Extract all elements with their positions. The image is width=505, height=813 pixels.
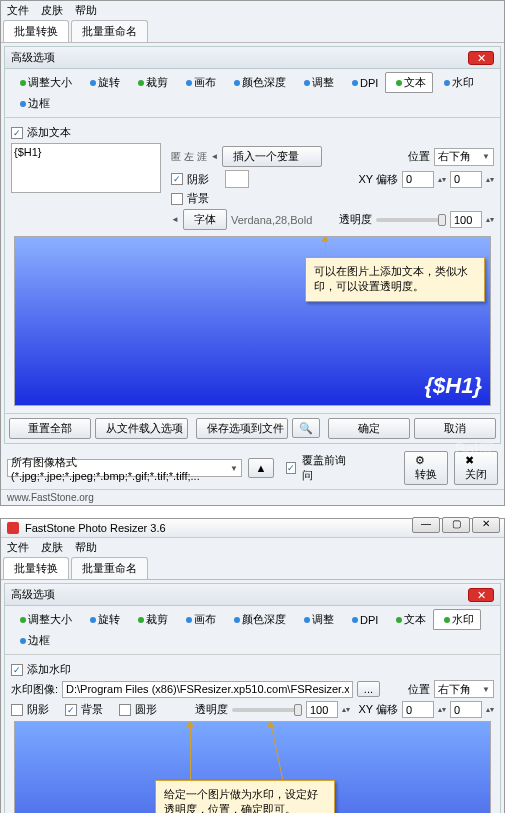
tab-border[interactable]: 边框 [9,630,57,651]
bg-checkbox[interactable] [171,193,183,205]
save-options-button[interactable]: 保存选项到文件 [196,418,289,439]
convert-button[interactable]: ⚙转换 [404,451,448,485]
tab-dpi[interactable]: DPI [341,74,385,92]
tab-depth[interactable]: 颜色深度 [223,609,293,630]
tab-watermark[interactable]: 水印 [433,72,481,93]
close-icon[interactable]: ✕ [468,588,494,602]
tab-canvas[interactable]: 画布 [175,72,223,93]
insert-variable-button[interactable]: 插入一个变量 [222,146,322,167]
watermark-preview-text: {$H1} [425,373,482,399]
opacity-slider[interactable] [376,218,446,222]
tab-batch-rename[interactable]: 批量重命名 [71,557,148,579]
stepper-icon[interactable]: ▴▾ [438,705,446,714]
chevron-left-icon[interactable]: ◄ [171,215,179,224]
position-select[interactable]: 右下角▼ [434,680,494,698]
stepper-icon[interactable]: ▴▾ [486,705,494,714]
shadow-checkbox[interactable] [11,704,23,716]
folder-up-button[interactable]: ▲ [248,458,274,478]
reset-button[interactable]: 重置全部 [9,418,91,439]
gear-icon: ⚙ [415,454,425,466]
cancel-button[interactable]: 取消 [414,418,496,439]
tab-border[interactable]: 边框 [9,93,57,114]
opacity-slider[interactable] [232,708,302,712]
tab-dpi[interactable]: DPI [341,611,385,629]
tab-batch-rename[interactable]: 批量重命名 [71,20,148,42]
tab-crop[interactable]: 裁剪 [127,609,175,630]
position-label: 位置 [408,149,430,164]
overwrite-label: 覆盖前询问 [302,453,349,483]
menu-file[interactable]: 文件 [7,3,29,18]
option-tabs: 调整大小 旋转 裁剪 画布 颜色深度 调整 DPI 文本 水印 边框 [5,606,500,654]
tab-text[interactable]: 文本 [385,72,433,93]
stepper-icon[interactable]: ▴▾ [486,175,494,184]
wm-image-path-input[interactable] [62,681,353,698]
font-description: Verdana,28,Bold [231,214,312,226]
menu-help[interactable]: 帮助 [75,540,97,555]
chevron-down-icon: ▼ [230,464,238,473]
chevron-down-icon: ▼ [482,685,490,694]
tab-canvas[interactable]: 画布 [175,609,223,630]
status-dot-icon [234,617,240,623]
tab-text[interactable]: 文本 [385,609,433,630]
advanced-panel: 高级选项 ✕ 调整大小 旋转 裁剪 画布 颜色深度 调整 DPI 文本 水印 边… [4,46,501,444]
menu-help[interactable]: 帮助 [75,3,97,18]
bg-checkbox[interactable] [65,704,77,716]
add-text-checkbox[interactable] [11,127,23,139]
font-button[interactable]: 字体 [183,209,227,230]
chevron-up-icon: ▲ [255,462,266,474]
menu-skin[interactable]: 皮肤 [41,3,63,18]
y-offset-input[interactable] [450,701,482,718]
tab-resize[interactable]: 调整大小 [9,609,79,630]
window-close-button[interactable]: ✕ [472,517,500,533]
ok-button[interactable]: 确定 [328,418,410,439]
tab-batch-convert[interactable]: 批量转换 [3,557,69,579]
preview-area: 可以在图片上添加文本，类似水印，可以设置透明度。 {$H1} [14,236,491,406]
menu-skin[interactable]: 皮肤 [41,540,63,555]
status-dot-icon [20,80,26,86]
status-dot-icon [138,80,144,86]
shadow-label: 阴影 [27,702,49,717]
status-bar: www.FastStone.org [1,489,504,505]
load-options-button[interactable]: 从文件载入选项 [95,418,188,439]
tab-adjust[interactable]: 调整 [293,72,341,93]
chevron-left-icon[interactable]: ◄ [211,152,219,161]
tab-rotate[interactable]: 旋转 [79,72,127,93]
menubar: 文件 皮肤 帮助 [1,538,504,557]
tab-watermark[interactable]: 水印 [433,609,481,630]
minimize-button[interactable]: — [412,517,440,533]
position-select[interactable]: 右下角▼ [434,148,494,166]
overwrite-checkbox[interactable] [286,462,297,474]
position-label: 位置 [408,682,430,697]
shadow-checkbox[interactable] [171,173,183,185]
opacity-input[interactable] [306,701,338,718]
rounded-checkbox[interactable] [119,704,131,716]
panel-title: 高级选项 [11,587,55,602]
opacity-input[interactable] [450,211,482,228]
baidu-watermark: Bai度 [455,440,494,461]
format-filter-select[interactable]: 所有图像格式 (*.jpg;*.jpe;*.jpeg;*.bmp;*.gif;*… [7,459,242,477]
stepper-icon[interactable]: ▴▾ [342,705,350,714]
stepper-icon[interactable]: ▴▾ [486,215,494,224]
x-offset-input[interactable] [402,701,434,718]
preview-icon-button[interactable]: 🔍 [292,418,320,438]
tab-batch-convert[interactable]: 批量转换 [3,20,69,42]
tab-depth[interactable]: 颜色深度 [223,72,293,93]
stepper-icon[interactable]: ▴▾ [438,175,446,184]
window-top: 文件 皮肤 帮助 批量转换 批量重命名 高级选项 ✕ 调整大小 旋转 裁剪 画布… [0,0,505,506]
add-watermark-checkbox[interactable] [11,664,23,676]
color-picker[interactable] [225,170,249,188]
add-text-label: 添加文本 [27,125,71,140]
close-icon[interactable]: ✕ [468,51,494,65]
tab-crop[interactable]: 裁剪 [127,72,175,93]
tab-adjust[interactable]: 调整 [293,609,341,630]
y-offset-input[interactable] [450,171,482,188]
tab-resize[interactable]: 调整大小 [9,72,79,93]
browse-button[interactable]: ... [357,681,380,697]
magnifier-icon: 🔍 [299,422,313,435]
window-bottom: FastStone Photo Resizer 3.6 — ▢ ✕ 文件 皮肤 … [0,518,505,813]
maximize-button[interactable]: ▢ [442,517,470,533]
text-input[interactable]: {$H1} [11,143,161,193]
menu-file[interactable]: 文件 [7,540,29,555]
x-offset-input[interactable] [402,171,434,188]
tab-rotate[interactable]: 旋转 [79,609,127,630]
